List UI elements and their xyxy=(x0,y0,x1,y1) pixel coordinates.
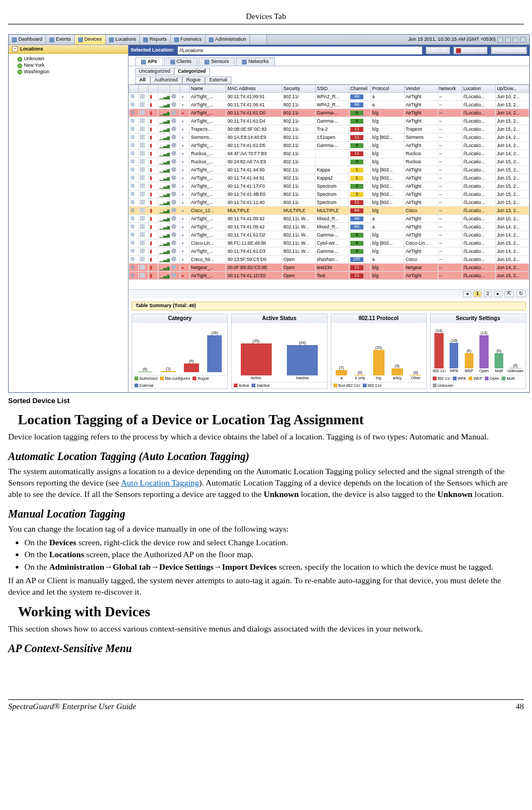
filter-tab-rogue[interactable]: Rogue xyxy=(182,76,206,84)
toolbar-tab-reports[interactable]: Reports xyxy=(140,35,171,44)
column-header[interactable]: Protocol xyxy=(371,85,405,92)
device-grid[interactable]: NameMAC AddressSecuritySSIDChannelProtoc… xyxy=(129,85,529,280)
table-row[interactable]: ⦿▮▁▃▅●AirTight_...00:11:74:41:06:42802.1… xyxy=(129,223,529,231)
table-row[interactable]: ⦿▮▁▃▅●AirTight_...00:11:74:41:09:91802.1… xyxy=(129,93,529,101)
column-header[interactable]: SSID xyxy=(316,85,349,92)
column-header[interactable] xyxy=(158,85,170,92)
table-row[interactable]: ⦿▮▁▃▅●Cisco-Lin...98:FC:11:6E:48:86802.1… xyxy=(129,239,529,247)
column-header[interactable]: Up/Dow... xyxy=(496,85,529,92)
page-export[interactable]: ⇱ xyxy=(504,291,514,297)
column-header[interactable]: Channel xyxy=(349,85,370,92)
filter-tab-authorized[interactable]: Authorized xyxy=(150,76,182,84)
tree-item[interactable]: New York xyxy=(11,62,126,69)
table-row[interactable]: ⦿▮▁▃▅●AirTight_...00:11:74:41:61:D5802.1… xyxy=(129,142,529,150)
toolbar-spacer xyxy=(250,35,267,44)
events-off-button[interactable]: Events Off xyxy=(453,47,488,54)
table-row[interactable]: ⦿▮▁▃▅●AirTight_...00:11:74:41:61:D2802.1… xyxy=(129,231,529,239)
prevention-off-button[interactable]: Prevention Off xyxy=(491,47,527,54)
signal-icon: ▁▃▅ xyxy=(159,160,164,164)
column-header[interactable] xyxy=(138,85,148,92)
sidebar-header[interactable]: − Locations xyxy=(9,45,128,54)
table-row[interactable]: ⦿▮▁▃▅●AirTight_...00:11:74:41:61:D3802.1… xyxy=(129,247,529,256)
toolbar-tab-locations[interactable]: Locations xyxy=(106,35,140,44)
minus-icon[interactable]: − xyxy=(12,46,18,52)
toolbar-tab-administration[interactable]: Administration xyxy=(206,35,250,44)
page-refresh[interactable]: ↻ xyxy=(516,291,526,297)
dot-icon: ● xyxy=(181,257,186,262)
table-row[interactable]: ⦿▮▁▃▅●AirTight_...00:11:74:41:17:F0802.1… xyxy=(129,182,529,190)
table-row[interactable]: ⦿▮▁▃▅●AirTight_...00:11:74:41:06:41802.1… xyxy=(129,101,529,109)
status-icon: ▮ xyxy=(150,208,155,213)
table-row[interactable]: ⦿▮▁▃▅●AirTight_...00:11:74:41:61:D0802.1… xyxy=(129,109,529,117)
table-row[interactable]: ⦿▮▁▃▅●Cisco_12...MULTIPLEMULTIPLEMULTIPL… xyxy=(129,207,529,215)
legend-item: 802.11n xyxy=(363,384,381,388)
toolbar-tab-events[interactable]: Events xyxy=(46,35,75,44)
disk-icon xyxy=(171,183,176,188)
device-tab-networks[interactable]: Networks xyxy=(236,58,275,66)
link-auto-location-tagging[interactable]: Auto Location Tagging xyxy=(121,478,199,487)
column-header[interactable] xyxy=(148,85,158,92)
table-row[interactable]: ⦿▮▁▃▅●AirTight_...00:11:74:41:4B:E0802.1… xyxy=(129,190,529,199)
status-icon: ▮ xyxy=(150,176,155,181)
toolbar-tab-forensics[interactable]: Forensics xyxy=(171,35,206,44)
close-icon[interactable] xyxy=(520,37,526,43)
column-header[interactable] xyxy=(180,85,190,92)
column-header[interactable] xyxy=(170,85,180,92)
page-current[interactable]: 1 xyxy=(473,291,482,297)
table-row[interactable]: ⦿▮▁▃▅●Cisco_59...00:13:5F:59:C5:D0Opensh… xyxy=(129,256,529,264)
table-row[interactable]: ⦿▮▁▃▅●Ruckus_...04:4F:AA:70:F7:B9802.11i… xyxy=(129,150,529,158)
page-2[interactable]: 2 xyxy=(484,291,492,297)
table-row[interactable]: ⦿▮▁▃▅●AirTight_...00:11:74:41:44:91802.1… xyxy=(129,174,529,182)
categorization-tabs: UncategorizedCategorized xyxy=(129,66,529,75)
device-tab-sensors[interactable]: Sensors xyxy=(198,58,235,66)
grid-header-row[interactable]: NameMAC AddressSecuritySSIDChannelProtoc… xyxy=(129,85,529,92)
help-icon[interactable] xyxy=(505,37,511,43)
table-row[interactable]: ⦿▮▁▃▅●AirTight_...00:11:74:41:1D:E0OpenT… xyxy=(129,272,529,280)
column-header[interactable]: MAC Address xyxy=(226,85,282,92)
dot-icon: ● xyxy=(181,233,186,238)
heading-working-with-devices: Working with Devices xyxy=(18,602,524,621)
filter-tab-all[interactable]: All xyxy=(135,76,150,84)
status-icon: ▮ xyxy=(150,94,155,99)
signal-icon: ▁▃▅ xyxy=(159,233,164,238)
layout-icon[interactable] xyxy=(512,37,518,43)
column-header[interactable] xyxy=(129,85,139,92)
column-header[interactable]: Location xyxy=(462,85,496,92)
device-tab-aps[interactable]: APs xyxy=(135,58,163,66)
table-row[interactable]: ⦿▮▁▃▅●AirTight_...00:11:74:41:11:40802.1… xyxy=(129,199,529,207)
column-header[interactable]: Security xyxy=(282,85,316,92)
table-row[interactable]: ⦿▮▁▃▅●AirTight_...00:11:74:41:09:92802.1… xyxy=(129,215,529,223)
page-next[interactable]: ▸ xyxy=(494,291,502,297)
filter-tab-external[interactable]: External xyxy=(205,76,232,84)
table-row[interactable]: ⦿▮▁▃▅●AirTight_...00:11:74:41:61:D4802.1… xyxy=(129,117,529,125)
toolbar-tab-devices[interactable]: Devices xyxy=(75,35,106,44)
status-icon: ▮ xyxy=(150,119,155,124)
toolbar-tab-dashboard[interactable]: Dashboard xyxy=(9,35,46,44)
status-icon: ▮ xyxy=(150,241,155,246)
device-icon xyxy=(140,167,145,172)
signal-icon: ▁▃▅ xyxy=(159,135,164,140)
column-header[interactable]: Name xyxy=(190,85,226,92)
filter-off-button[interactable]: Filter Off xyxy=(426,47,450,54)
table-row[interactable]: ⦿▮▁▃▅●Ruckus_...00:24:82:A6:7A:E9802.11i… xyxy=(129,158,529,166)
disk-icon xyxy=(171,159,176,164)
refresh-icon[interactable] xyxy=(497,37,503,43)
column-header[interactable]: Vendor xyxy=(404,85,438,92)
column-header[interactable]: Network xyxy=(438,85,462,92)
dot-icon: ● xyxy=(181,111,186,116)
signal-icon: ▁▃▅ xyxy=(159,184,164,189)
table-row[interactable]: ⦿▮▁▃▅●Netgear_...00:0F:B5:6D:C5:9EOpente… xyxy=(129,264,529,272)
tree-item[interactable]: Unknown xyxy=(11,56,126,62)
table-row[interactable]: ⦿▮▁▃▅●AirTight_...00:11:74:41:44:90802.1… xyxy=(129,166,529,174)
disk-icon xyxy=(171,257,176,262)
table-row[interactable]: ⦿▮▁▃▅●Trapeze...00:0B:0E:5F:0C:82802.11i… xyxy=(129,125,529,133)
device-tab-clients[interactable]: Clients xyxy=(164,58,198,66)
cat-tab-uncategorized[interactable]: Uncategorized xyxy=(135,68,174,75)
page-prev[interactable]: ◂ xyxy=(463,291,471,297)
table-row[interactable]: ⦿▮▁▃▅●Siemens...00:1A:E8:14:40:E9802.11i… xyxy=(129,133,529,142)
device-icon xyxy=(140,102,145,107)
selected-location-bar: Selected Location: Filter Off Events Off… xyxy=(129,45,529,56)
selected-location-input[interactable] xyxy=(177,46,422,55)
tree-item[interactable]: Washington xyxy=(11,69,126,75)
cat-tab-categorized[interactable]: Categorized xyxy=(174,68,210,75)
